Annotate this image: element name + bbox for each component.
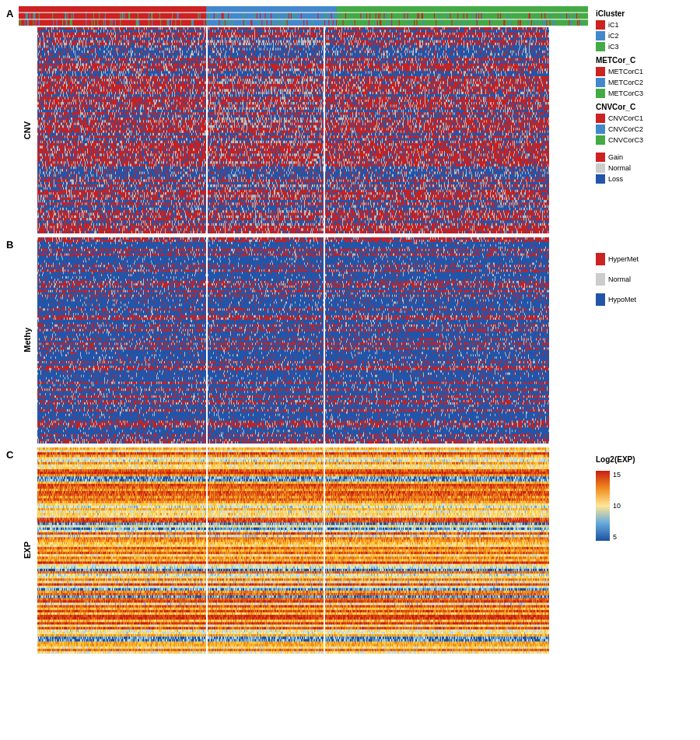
metcorc1-item: METCorC1 <box>596 67 697 76</box>
exp-label: EXP <box>23 542 32 559</box>
exp-heatmap <box>37 447 549 654</box>
cnvcorc1-item: CNVCorC1 <box>596 114 697 123</box>
panel-a-legend: iCluster iC1 iC2 iC3 <box>588 6 697 233</box>
cnv-label: CNV <box>23 121 32 139</box>
cnv-normal-box <box>596 163 605 173</box>
methy-normal-box <box>596 273 605 286</box>
panel-c-legend: Log2(EXP) 15 10 5 <box>588 447 697 654</box>
ic2-item: iC2 <box>596 31 697 40</box>
exp-max-label: 15 <box>613 471 621 479</box>
ic2-box <box>596 31 605 40</box>
ic3-label: iC3 <box>608 43 619 51</box>
metcorc1-box <box>596 67 605 76</box>
cnv-scale-legend: Gain Normal Loss <box>596 153 697 184</box>
metcorc1-label: METCorC1 <box>608 68 643 75</box>
metcorc2-box <box>596 78 605 87</box>
exp-gradient-labels: 15 10 5 <box>613 471 621 541</box>
icluster-legend: iCluster iC1 iC2 iC3 <box>596 9 697 51</box>
cnvcor-legend: CNVCor_C CNVCorC1 CNVCorC2 CNVCorC3 <box>596 103 697 145</box>
hypermet-label: HyperMet <box>608 255 639 263</box>
metcor-legend: METCor_C METCorC1 METCorC2 METCorC3 <box>596 56 697 98</box>
methy-heatmap <box>37 237 549 444</box>
panel-b-letter: B <box>6 237 19 251</box>
metcorc3-item: METCorC3 <box>596 89 697 98</box>
panel-a: A CNV <box>6 6 697 233</box>
cnv-normal-label: Normal <box>608 164 631 172</box>
ic3-box <box>596 42 605 51</box>
ic1-box <box>596 20 605 30</box>
cnv-normal-item: Normal <box>596 163 697 173</box>
panel-c: C EXP Log2(EXP) 15 10 5 <box>6 447 697 654</box>
metcorc2-item: METCorC2 <box>596 78 697 87</box>
cnvcorc3-item: CNVCorC3 <box>596 135 697 145</box>
cnvcorc3-label: CNVCorC3 <box>608 136 643 144</box>
gain-label: Gain <box>608 153 623 161</box>
loss-item: Loss <box>596 174 697 184</box>
hypomet-item: HypoMet <box>596 293 697 306</box>
cnvcorc2-box <box>596 125 605 134</box>
panel-b-legend: HyperMet Normal HypoMet <box>588 237 697 444</box>
panel-c-letter: C <box>6 447 19 461</box>
ic1-item: iC1 <box>596 20 697 30</box>
hypomet-box <box>596 293 605 306</box>
cnvcorc1-label: CNVCorC1 <box>608 114 643 122</box>
hypermet-box <box>596 253 605 265</box>
cnvcorc1-box <box>596 114 605 123</box>
ic1-label: iC1 <box>608 21 619 29</box>
log2exp-title: Log2(EXP) <box>596 455 697 464</box>
methy-normal-label: Normal <box>608 275 631 283</box>
cnv-annotation-rows <box>19 6 588 26</box>
panel-a-letter: A <box>6 6 19 19</box>
metcorc3-label: METCorC3 <box>608 89 643 97</box>
cnvcorc2-item: CNVCorC2 <box>596 125 697 134</box>
hypermet-item: HyperMet <box>596 253 697 265</box>
panel-b: B Methy HyperMet Normal <box>6 237 697 444</box>
cnv-heatmap <box>37 27 549 233</box>
exp-gradient-bar <box>596 471 610 541</box>
main-container: A CNV <box>0 0 700 740</box>
hypomet-label: HypoMet <box>608 296 636 303</box>
exp-gradient-container: 15 10 5 <box>596 471 697 541</box>
loss-label: Loss <box>608 175 623 183</box>
gain-item: Gain <box>596 153 697 162</box>
methy-label: Methy <box>23 328 32 352</box>
methy-normal-item: Normal <box>596 273 697 286</box>
metcorc2-label: METCorC2 <box>608 79 643 86</box>
exp-mid-label: 10 <box>613 502 621 510</box>
metcorc3-box <box>596 89 605 98</box>
cnvcor-title: CNVCor_C <box>596 103 697 111</box>
ic2-label: iC2 <box>608 32 619 40</box>
cnvcorc2-label: CNVCorC2 <box>608 125 643 133</box>
gain-box <box>596 153 605 162</box>
icluster-title: iCluster <box>596 9 697 18</box>
ic3-item: iC3 <box>596 42 697 51</box>
exp-min-label: 5 <box>613 533 621 541</box>
cnvcorc3-box <box>596 135 605 145</box>
loss-box <box>596 174 605 184</box>
metcor-title: METCor_C <box>596 56 697 65</box>
